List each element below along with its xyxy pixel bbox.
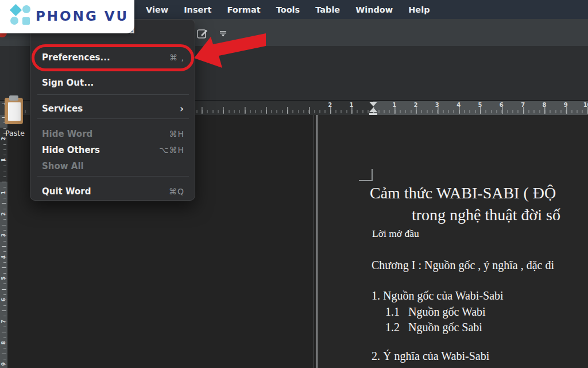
menubar-item[interactable]: Window bbox=[355, 5, 393, 14]
menu-item-hide-others[interactable]: Hide Others ⌥⌘H bbox=[30, 142, 196, 158]
screen: ViewInsertFormatToolsTableWindowHelp W P… bbox=[0, 0, 588, 368]
menu-item-quit-word[interactable]: Quit Word ⌘Q bbox=[30, 183, 196, 200]
annotation-red-arrow bbox=[189, 29, 270, 72]
vertical-ruler: 21 123456789 bbox=[0, 115, 7, 368]
menubar-item[interactable]: Format bbox=[227, 5, 260, 14]
menubar-item[interactable]: Insert bbox=[184, 5, 211, 14]
first-line-indent-marker[interactable] bbox=[369, 102, 377, 106]
page-edge-shadow bbox=[314, 115, 314, 368]
phongvu-logo-text: PHONG VU bbox=[36, 9, 129, 24]
doc-item-1-1: 1.1 Nguồn gốc Wabi bbox=[385, 305, 486, 319]
menu-separator bbox=[37, 176, 189, 177]
paste-label: Paste bbox=[0, 129, 30, 137]
menu-item-sign-out[interactable]: Sign Out... bbox=[30, 74, 196, 91]
ruler-margin-numbers: 21 bbox=[319, 102, 362, 109]
submenu-chevron-icon: › bbox=[180, 103, 184, 114]
menubar-item[interactable]: Help bbox=[408, 5, 430, 14]
menu-item-services[interactable]: Services › bbox=[30, 100, 196, 117]
menu-separator bbox=[37, 94, 189, 95]
menu-item-show-all: Show All bbox=[30, 158, 196, 174]
doc-chapter-heading: Chương I : Nguồn gốc , ý nghĩa , đặc đi bbox=[372, 259, 554, 272]
text-boundary-mark bbox=[372, 169, 373, 181]
paste-button[interactable]: Paste bbox=[0, 94, 30, 144]
menubar-item[interactable]: View bbox=[146, 5, 168, 14]
left-indent-marker[interactable] bbox=[369, 113, 377, 115]
doc-title-line2: trong nghệ thuật đời số bbox=[412, 206, 560, 224]
annotation-red-oval bbox=[32, 44, 194, 71]
doc-item-1: 1. Nguồn gốc của Wabi-Sabi bbox=[372, 289, 504, 302]
doc-intro: Lời mở đầu bbox=[372, 228, 419, 240]
menubar-item[interactable]: Tools bbox=[276, 5, 300, 14]
ruler-numbers: 12345678910 bbox=[384, 102, 588, 109]
doc-item-1-2: 1.2 Nguồn gốc Sabi bbox=[385, 321, 482, 334]
vruler-numbers: 123456789 bbox=[0, 182, 7, 368]
page-edge bbox=[316, 115, 318, 368]
phongvu-logo: PHONG VU bbox=[0, 0, 134, 33]
menu-separator bbox=[37, 118, 189, 119]
text-boundary-mark bbox=[359, 180, 373, 181]
hanging-indent-marker[interactable] bbox=[369, 108, 377, 112]
doc-title-line1: Cảm thức WABI-SABI ( ĐỘ bbox=[370, 184, 556, 202]
phongvu-logo-icon bbox=[9, 4, 32, 28]
menubar-item[interactable]: Table bbox=[315, 5, 340, 14]
doc-item-2: 2. Ý nghĩa của Wabi-Sabi bbox=[372, 350, 489, 363]
menu-item-hide-word: Hide Word ⌘H bbox=[30, 126, 196, 142]
